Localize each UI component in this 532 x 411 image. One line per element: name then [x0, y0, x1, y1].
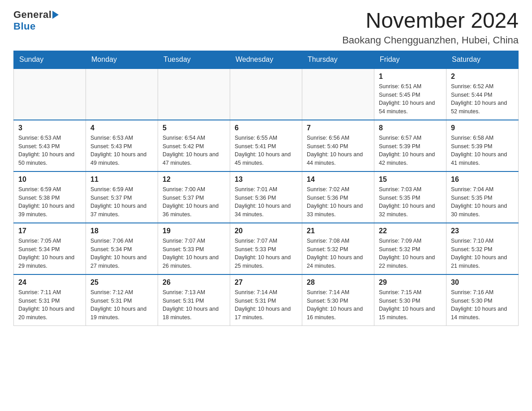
calendar-header-row: SundayMondayTuesdayWednesdayThursdayFrid… — [14, 51, 519, 68]
day-number: 10 — [18, 176, 81, 184]
calendar-week-row: 10Sunrise: 6:59 AM Sunset: 5:38 PM Dayli… — [14, 171, 519, 223]
calendar-header-monday: Monday — [86, 51, 158, 68]
calendar-cell: 23Sunrise: 7:10 AM Sunset: 5:32 PM Dayli… — [446, 223, 519, 274]
calendar-cell: 12Sunrise: 7:00 AM Sunset: 5:37 PM Dayli… — [158, 171, 230, 223]
location-title: Baokang Chengguanzhen, Hubei, China — [342, 34, 519, 46]
day-info: Sunrise: 7:07 AM Sunset: 5:33 PM Dayligh… — [235, 237, 297, 270]
day-info: Sunrise: 6:51 AM Sunset: 5:45 PM Dayligh… — [379, 82, 442, 116]
day-info: Sunrise: 7:10 AM Sunset: 5:32 PM Dayligh… — [451, 237, 514, 270]
calendar-cell — [230, 68, 302, 120]
calendar-header-saturday: Saturday — [446, 51, 519, 68]
day-number: 21 — [307, 227, 369, 235]
calendar-cell: 28Sunrise: 7:14 AM Sunset: 5:30 PM Dayli… — [302, 274, 374, 326]
calendar-table: SundayMondayTuesdayWednesdayThursdayFrid… — [13, 51, 519, 326]
calendar-cell: 21Sunrise: 7:08 AM Sunset: 5:32 PM Dayli… — [302, 223, 374, 274]
calendar-cell: 26Sunrise: 7:13 AM Sunset: 5:31 PM Dayli… — [158, 274, 230, 326]
calendar-cell: 5Sunrise: 6:54 AM Sunset: 5:42 PM Daylig… — [158, 120, 230, 171]
calendar-cell: 7Sunrise: 6:56 AM Sunset: 5:40 PM Daylig… — [302, 120, 374, 171]
day-number: 19 — [163, 227, 225, 235]
day-number: 24 — [18, 278, 81, 287]
logo-general-text: General — [13, 9, 51, 21]
month-title: November 2024 — [342, 9, 519, 33]
calendar-cell: 13Sunrise: 7:01 AM Sunset: 5:36 PM Dayli… — [230, 171, 302, 223]
day-info: Sunrise: 6:57 AM Sunset: 5:39 PM Dayligh… — [379, 134, 442, 167]
day-info: Sunrise: 7:04 AM Sunset: 5:35 PM Dayligh… — [451, 185, 514, 219]
calendar-week-row: 17Sunrise: 7:05 AM Sunset: 5:34 PM Dayli… — [14, 223, 519, 274]
day-info: Sunrise: 7:14 AM Sunset: 5:30 PM Dayligh… — [307, 288, 369, 322]
day-info: Sunrise: 7:14 AM Sunset: 5:31 PM Dayligh… — [235, 288, 297, 322]
day-info: Sunrise: 7:07 AM Sunset: 5:33 PM Dayligh… — [163, 237, 225, 270]
day-number: 28 — [307, 278, 369, 287]
calendar-cell: 6Sunrise: 6:55 AM Sunset: 5:41 PM Daylig… — [230, 120, 302, 171]
calendar-cell: 29Sunrise: 7:15 AM Sunset: 5:30 PM Dayli… — [374, 274, 446, 326]
logo-blue-text: Blue — [13, 21, 36, 32]
day-info: Sunrise: 7:05 AM Sunset: 5:34 PM Dayligh… — [18, 237, 81, 270]
calendar-cell — [86, 68, 158, 120]
day-number: 4 — [90, 124, 153, 132]
calendar-cell: 14Sunrise: 7:02 AM Sunset: 5:36 PM Dayli… — [302, 171, 374, 223]
svg-marker-0 — [52, 11, 59, 19]
day-info: Sunrise: 7:11 AM Sunset: 5:31 PM Dayligh… — [18, 288, 81, 322]
calendar-cell: 4Sunrise: 6:53 AM Sunset: 5:43 PM Daylig… — [86, 120, 158, 171]
calendar-cell: 24Sunrise: 7:11 AM Sunset: 5:31 PM Dayli… — [14, 274, 86, 326]
calendar-header-thursday: Thursday — [302, 51, 374, 68]
calendar-cell: 30Sunrise: 7:16 AM Sunset: 5:30 PM Dayli… — [446, 274, 519, 326]
day-number: 5 — [163, 124, 225, 132]
calendar-cell: 19Sunrise: 7:07 AM Sunset: 5:33 PM Dayli… — [158, 223, 230, 274]
day-number: 18 — [90, 227, 153, 235]
page-header: General Blue November 2024 Baokang Cheng… — [13, 9, 519, 46]
day-number: 26 — [163, 278, 225, 287]
day-info: Sunrise: 6:52 AM Sunset: 5:44 PM Dayligh… — [451, 82, 514, 116]
calendar-cell — [14, 68, 86, 120]
day-info: Sunrise: 6:56 AM Sunset: 5:40 PM Dayligh… — [307, 134, 369, 167]
day-info: Sunrise: 7:09 AM Sunset: 5:32 PM Dayligh… — [379, 237, 442, 270]
calendar-week-row: 24Sunrise: 7:11 AM Sunset: 5:31 PM Dayli… — [14, 274, 519, 326]
calendar-cell: 15Sunrise: 7:03 AM Sunset: 5:35 PM Dayli… — [374, 171, 446, 223]
day-number: 15 — [379, 176, 442, 184]
day-number: 9 — [451, 124, 514, 132]
calendar-header-friday: Friday — [374, 51, 446, 68]
day-number: 16 — [451, 176, 514, 184]
day-number: 1 — [379, 73, 442, 81]
day-number: 13 — [235, 176, 297, 184]
day-info: Sunrise: 7:15 AM Sunset: 5:30 PM Dayligh… — [379, 288, 442, 322]
day-info: Sunrise: 6:59 AM Sunset: 5:37 PM Dayligh… — [90, 185, 153, 219]
day-info: Sunrise: 7:00 AM Sunset: 5:37 PM Dayligh… — [163, 185, 225, 219]
day-number: 2 — [451, 73, 514, 81]
day-number: 12 — [163, 176, 225, 184]
calendar-cell: 20Sunrise: 7:07 AM Sunset: 5:33 PM Dayli… — [230, 223, 302, 274]
day-number: 6 — [235, 124, 297, 132]
day-number: 17 — [18, 227, 81, 235]
calendar-header-sunday: Sunday — [14, 51, 86, 68]
calendar-header-tuesday: Tuesday — [158, 51, 230, 68]
logo-triangle-icon — [52, 11, 59, 21]
calendar-cell: 25Sunrise: 7:12 AM Sunset: 5:31 PM Dayli… — [86, 274, 158, 326]
calendar-cell: 11Sunrise: 6:59 AM Sunset: 5:37 PM Dayli… — [86, 171, 158, 223]
calendar-cell: 3Sunrise: 6:53 AM Sunset: 5:43 PM Daylig… — [14, 120, 86, 171]
calendar-cell: 18Sunrise: 7:06 AM Sunset: 5:34 PM Dayli… — [86, 223, 158, 274]
day-info: Sunrise: 7:03 AM Sunset: 5:35 PM Dayligh… — [379, 185, 442, 219]
calendar-cell: 1Sunrise: 6:51 AM Sunset: 5:45 PM Daylig… — [374, 68, 446, 120]
day-info: Sunrise: 6:53 AM Sunset: 5:43 PM Dayligh… — [90, 134, 153, 167]
calendar-cell: 10Sunrise: 6:59 AM Sunset: 5:38 PM Dayli… — [14, 171, 86, 223]
day-number: 3 — [18, 124, 81, 132]
calendar-cell — [158, 68, 230, 120]
calendar-cell: 16Sunrise: 7:04 AM Sunset: 5:35 PM Dayli… — [446, 171, 519, 223]
day-info: Sunrise: 7:16 AM Sunset: 5:30 PM Dayligh… — [451, 288, 514, 322]
day-number: 30 — [451, 278, 514, 287]
calendar-cell: 17Sunrise: 7:05 AM Sunset: 5:34 PM Dayli… — [14, 223, 86, 274]
day-info: Sunrise: 7:08 AM Sunset: 5:32 PM Dayligh… — [307, 237, 369, 270]
day-number: 22 — [379, 227, 442, 235]
calendar-cell: 27Sunrise: 7:14 AM Sunset: 5:31 PM Dayli… — [230, 274, 302, 326]
day-info: Sunrise: 7:01 AM Sunset: 5:36 PM Dayligh… — [235, 185, 297, 219]
day-number: 11 — [90, 176, 153, 184]
day-info: Sunrise: 6:54 AM Sunset: 5:42 PM Dayligh… — [163, 134, 225, 167]
day-number: 25 — [90, 278, 153, 287]
day-info: Sunrise: 6:59 AM Sunset: 5:38 PM Dayligh… — [18, 185, 81, 219]
calendar-week-row: 1Sunrise: 6:51 AM Sunset: 5:45 PM Daylig… — [14, 68, 519, 120]
title-section: November 2024 Baokang Chengguanzhen, Hub… — [342, 9, 519, 46]
calendar-week-row: 3Sunrise: 6:53 AM Sunset: 5:43 PM Daylig… — [14, 120, 519, 171]
day-info: Sunrise: 7:02 AM Sunset: 5:36 PM Dayligh… — [307, 185, 369, 219]
day-info: Sunrise: 7:06 AM Sunset: 5:34 PM Dayligh… — [90, 237, 153, 270]
logo: General Blue — [13, 9, 59, 32]
